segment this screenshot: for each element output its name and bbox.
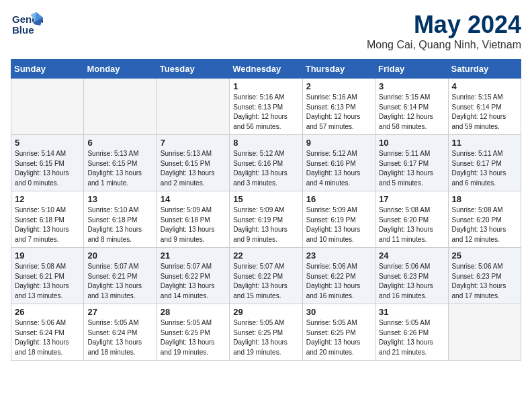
calendar-week-4: 19Sunrise: 5:08 AM Sunset: 6:21 PM Dayli…: [11, 248, 521, 304]
calendar-cell: [157, 79, 229, 135]
day-number: 21: [161, 250, 226, 261]
calendar-cell: 13Sunrise: 5:10 AM Sunset: 6:18 PM Dayli…: [84, 191, 157, 248]
day-number: 15: [233, 194, 298, 204]
day-number: 16: [306, 194, 371, 204]
day-number: 6: [87, 138, 152, 148]
col-header-tuesday: Tuesday: [157, 60, 229, 79]
calendar-cell: 5Sunrise: 5:14 AM Sunset: 6:15 PM Daylig…: [11, 135, 84, 191]
day-number: 23: [306, 250, 371, 261]
day-info: Sunrise: 5:10 AM Sunset: 6:18 PM Dayligh…: [15, 205, 80, 244]
day-info: Sunrise: 5:07 AM Sunset: 6:21 PM Dayligh…: [87, 262, 152, 301]
day-info: Sunrise: 5:16 AM Sunset: 6:13 PM Dayligh…: [306, 93, 371, 132]
day-info: Sunrise: 5:05 AM Sunset: 6:26 PM Dayligh…: [379, 318, 444, 357]
calendar-cell: 1Sunrise: 5:16 AM Sunset: 6:13 PM Daylig…: [230, 79, 302, 135]
day-number: 28: [161, 307, 226, 317]
day-number: 8: [233, 138, 298, 148]
day-info: Sunrise: 5:06 AM Sunset: 6:22 PM Dayligh…: [306, 262, 371, 301]
subtitle: Mong Cai, Quang Ninh, Vietnam: [367, 39, 521, 51]
day-number: 17: [379, 194, 444, 204]
calendar-cell: 31Sunrise: 5:05 AM Sunset: 6:26 PM Dayli…: [375, 304, 448, 361]
calendar-cell: 14Sunrise: 5:09 AM Sunset: 6:18 PM Dayli…: [157, 191, 229, 248]
calendar-week-2: 5Sunrise: 5:14 AM Sunset: 6:15 PM Daylig…: [11, 135, 521, 191]
col-header-monday: Monday: [84, 60, 157, 79]
calendar-cell: 21Sunrise: 5:07 AM Sunset: 6:22 PM Dayli…: [157, 248, 229, 304]
col-header-wednesday: Wednesday: [230, 60, 302, 79]
calendar-cell: 11Sunrise: 5:11 AM Sunset: 6:17 PM Dayli…: [448, 135, 521, 191]
calendar-week-3: 12Sunrise: 5:10 AM Sunset: 6:18 PM Dayli…: [11, 191, 521, 248]
calendar-cell: 23Sunrise: 5:06 AM Sunset: 6:22 PM Dayli…: [302, 248, 375, 304]
col-header-thursday: Thursday: [302, 60, 375, 79]
day-number: 18: [452, 194, 517, 204]
day-info: Sunrise: 5:11 AM Sunset: 6:17 PM Dayligh…: [452, 149, 517, 188]
calendar-week-1: 1Sunrise: 5:16 AM Sunset: 6:13 PM Daylig…: [11, 79, 521, 135]
day-info: Sunrise: 5:05 AM Sunset: 6:25 PM Dayligh…: [161, 318, 226, 357]
day-info: Sunrise: 5:09 AM Sunset: 6:18 PM Dayligh…: [161, 205, 226, 244]
calendar-cell: 16Sunrise: 5:09 AM Sunset: 6:19 PM Dayli…: [302, 191, 375, 248]
logo: General Blue: [11, 11, 43, 38]
calendar-cell: 15Sunrise: 5:09 AM Sunset: 6:19 PM Dayli…: [230, 191, 302, 248]
day-number: 20: [87, 250, 152, 261]
calendar-cell: [84, 79, 157, 135]
logo-icon: General Blue: [11, 11, 43, 38]
day-number: 1: [233, 81, 298, 91]
day-info: Sunrise: 5:08 AM Sunset: 6:20 PM Dayligh…: [452, 205, 517, 244]
day-number: 4: [452, 81, 517, 91]
day-number: 13: [87, 194, 152, 204]
calendar-cell: 26Sunrise: 5:06 AM Sunset: 6:24 PM Dayli…: [11, 304, 84, 361]
main-title: May 2024: [367, 11, 521, 39]
col-header-saturday: Saturday: [448, 60, 521, 79]
day-number: 24: [379, 250, 444, 261]
day-info: Sunrise: 5:09 AM Sunset: 6:19 PM Dayligh…: [233, 205, 298, 244]
day-info: Sunrise: 5:15 AM Sunset: 6:14 PM Dayligh…: [379, 93, 444, 132]
day-number: 22: [233, 250, 298, 261]
calendar-week-5: 26Sunrise: 5:06 AM Sunset: 6:24 PM Dayli…: [11, 304, 521, 361]
title-block: May 2024 Mong Cai, Quang Ninh, Vietnam: [367, 11, 521, 51]
calendar-cell: 30Sunrise: 5:05 AM Sunset: 6:25 PM Dayli…: [302, 304, 375, 361]
calendar-cell: 9Sunrise: 5:12 AM Sunset: 6:16 PM Daylig…: [302, 135, 375, 191]
page-header: General Blue May 2024 Mong Cai, Quang Ni…: [11, 11, 521, 51]
day-info: Sunrise: 5:06 AM Sunset: 6:24 PM Dayligh…: [15, 318, 80, 357]
day-info: Sunrise: 5:10 AM Sunset: 6:18 PM Dayligh…: [87, 205, 152, 244]
calendar-cell: 18Sunrise: 5:08 AM Sunset: 6:20 PM Dayli…: [448, 191, 521, 248]
calendar-cell: 19Sunrise: 5:08 AM Sunset: 6:21 PM Dayli…: [11, 248, 84, 304]
day-info: Sunrise: 5:13 AM Sunset: 6:15 PM Dayligh…: [87, 149, 152, 188]
day-number: 10: [379, 138, 444, 148]
day-info: Sunrise: 5:13 AM Sunset: 6:15 PM Dayligh…: [161, 149, 226, 188]
calendar-cell: 25Sunrise: 5:06 AM Sunset: 6:23 PM Dayli…: [448, 248, 521, 304]
day-info: Sunrise: 5:05 AM Sunset: 6:24 PM Dayligh…: [87, 318, 152, 357]
day-info: Sunrise: 5:14 AM Sunset: 6:15 PM Dayligh…: [15, 149, 80, 188]
day-info: Sunrise: 5:07 AM Sunset: 6:22 PM Dayligh…: [161, 262, 226, 301]
calendar-cell: 20Sunrise: 5:07 AM Sunset: 6:21 PM Dayli…: [84, 248, 157, 304]
day-info: Sunrise: 5:16 AM Sunset: 6:13 PM Dayligh…: [233, 93, 298, 132]
day-number: 2: [306, 81, 371, 91]
calendar-header-row: SundayMondayTuesdayWednesdayThursdayFrid…: [11, 60, 521, 79]
day-info: Sunrise: 5:09 AM Sunset: 6:19 PM Dayligh…: [306, 205, 371, 244]
calendar-cell: [11, 79, 84, 135]
calendar-cell: [448, 304, 521, 361]
day-number: 31: [379, 307, 444, 317]
day-number: 27: [87, 307, 152, 317]
day-info: Sunrise: 5:12 AM Sunset: 6:16 PM Dayligh…: [233, 149, 298, 188]
calendar-cell: 4Sunrise: 5:15 AM Sunset: 6:14 PM Daylig…: [448, 79, 521, 135]
calendar-cell: 7Sunrise: 5:13 AM Sunset: 6:15 PM Daylig…: [157, 135, 229, 191]
col-header-sunday: Sunday: [11, 60, 84, 79]
calendar-cell: 27Sunrise: 5:05 AM Sunset: 6:24 PM Dayli…: [84, 304, 157, 361]
day-info: Sunrise: 5:12 AM Sunset: 6:16 PM Dayligh…: [306, 149, 371, 188]
calendar-cell: 10Sunrise: 5:11 AM Sunset: 6:17 PM Dayli…: [375, 135, 448, 191]
calendar-cell: 22Sunrise: 5:07 AM Sunset: 6:22 PM Dayli…: [230, 248, 302, 304]
day-number: 25: [452, 250, 517, 261]
day-number: 26: [15, 307, 80, 317]
day-number: 19: [15, 250, 80, 261]
calendar-cell: 6Sunrise: 5:13 AM Sunset: 6:15 PM Daylig…: [84, 135, 157, 191]
calendar-cell: 24Sunrise: 5:06 AM Sunset: 6:23 PM Dayli…: [375, 248, 448, 304]
svg-text:Blue: Blue: [12, 24, 34, 36]
day-number: 3: [379, 81, 444, 91]
day-info: Sunrise: 5:06 AM Sunset: 6:23 PM Dayligh…: [452, 262, 517, 301]
calendar-cell: 3Sunrise: 5:15 AM Sunset: 6:14 PM Daylig…: [375, 79, 448, 135]
calendar-cell: 8Sunrise: 5:12 AM Sunset: 6:16 PM Daylig…: [230, 135, 302, 191]
day-info: Sunrise: 5:05 AM Sunset: 6:25 PM Dayligh…: [306, 318, 371, 357]
day-info: Sunrise: 5:07 AM Sunset: 6:22 PM Dayligh…: [233, 262, 298, 301]
day-info: Sunrise: 5:11 AM Sunset: 6:17 PM Dayligh…: [379, 149, 444, 188]
day-number: 30: [306, 307, 371, 317]
day-number: 29: [233, 307, 298, 317]
